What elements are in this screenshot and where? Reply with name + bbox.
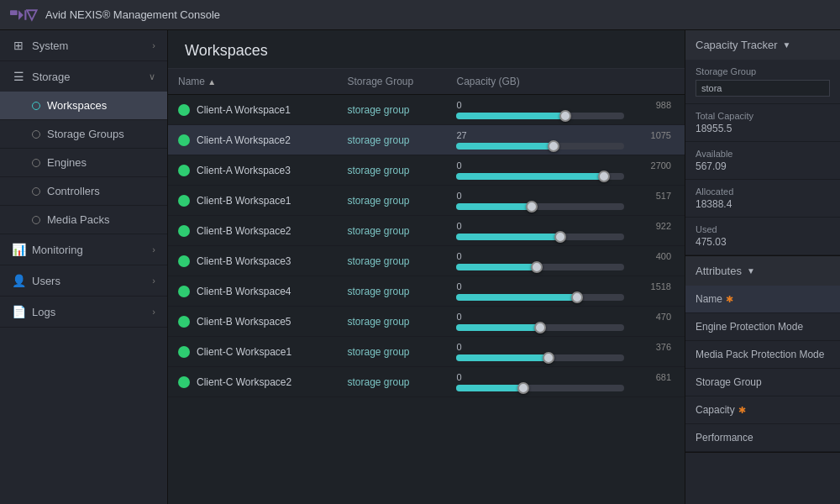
workspace-name-cell: Client-A Workspace1 — [168, 95, 337, 125]
table-row[interactable]: Client-B Workspace3 storage group 0 400 — [168, 246, 685, 276]
table-row[interactable]: Client-B Workspace1 storage group 0 517 — [168, 186, 685, 216]
workspace-name-cell: Client-B Workspace5 — [168, 307, 337, 337]
cap-bar-bg[interactable] — [456, 354, 624, 361]
cap-slider-thumb[interactable] — [598, 171, 610, 182]
cap-bar-bg[interactable] — [456, 113, 624, 119]
cap-numbers: 0 517 — [456, 191, 675, 201]
attribute-row[interactable]: Engine Protection Mode — [685, 313, 840, 341]
status-dot — [178, 346, 190, 358]
cap-bar-bg[interactable] — [456, 294, 624, 301]
cap-min: 0 — [456, 221, 461, 231]
capacity-cell: 0 376 — [446, 337, 685, 367]
sidebar-item-logs[interactable]: 📄 Logs › — [0, 297, 167, 328]
cap-min: 0 — [456, 160, 461, 171]
cap-bar-bg[interactable] — [456, 324, 624, 331]
storage-group-row: Storage Group — [685, 60, 840, 104]
capacity-cell: 0 400 — [446, 246, 685, 276]
sidebar-item-system[interactable]: ⊞ System › — [0, 30, 167, 61]
table-row[interactable]: Client-C Workspace2 storage group 0 681 — [168, 367, 685, 397]
sidebar-item-controllers[interactable]: Controllers — [0, 177, 167, 206]
cap-slider-thumb[interactable] — [526, 201, 538, 213]
sidebar-item-storage[interactable]: ☰ Storage ∨ — [0, 61, 167, 92]
storage-group-value: storage group — [347, 165, 409, 176]
cap-slider-thumb[interactable] — [548, 140, 559, 152]
workspace-name: Client-B Workspace2 — [197, 225, 291, 237]
capacity-cell: 0 988 — [446, 95, 685, 125]
monitoring-icon: 📊 — [12, 243, 25, 256]
name-sort-icon[interactable]: ▲ — [207, 77, 216, 87]
cap-row-value: 475.03 — [696, 236, 830, 248]
attributes-chevron: ▼ — [747, 266, 755, 276]
attribute-row[interactable]: Storage Group — [685, 369, 840, 396]
table-row[interactable]: Client-B Workspace4 storage group 0 1518 — [168, 276, 685, 307]
sidebar-item-monitoring[interactable]: 📊 Monitoring › — [0, 234, 167, 265]
workspace-name-cell: Client-A Workspace2 — [168, 125, 337, 155]
cap-min: 0 — [456, 100, 461, 110]
workspace-name-cell: Client-A Workspace3 — [168, 155, 337, 186]
sidebar: ⊞ System › ☰ Storage ∨ Workspaces Storag… — [0, 30, 168, 504]
logs-icon: 📄 — [12, 305, 25, 318]
cap-numbers: 0 2700 — [456, 160, 675, 171]
cap-bar-fill — [456, 324, 540, 331]
table-row[interactable]: Client-B Workspace2 storage group 0 922 — [168, 216, 685, 246]
workspace-table: Name ▲ Storage Group Capacity (GB) Clien… — [168, 69, 685, 397]
sidebar-item-engines[interactable]: Engines — [0, 149, 167, 177]
app-name-label: Avid NEXIS® Management Console — [45, 8, 220, 21]
attribute-row[interactable]: Media Pack Protection Mode — [685, 341, 840, 369]
media-packs-circle-icon — [32, 216, 40, 224]
attribute-row[interactable]: Capacity ✱ — [685, 396, 840, 424]
cap-slider-thumb[interactable] — [559, 110, 571, 122]
attribute-row[interactable]: Performance — [685, 424, 840, 452]
cap-slider-thumb[interactable] — [571, 291, 583, 303]
table-row[interactable]: Client-A Workspace1 storage group 0 988 — [168, 95, 685, 125]
col-storage-group-header: Storage Group — [337, 69, 446, 95]
cap-bar-bg[interactable] — [456, 385, 624, 391]
avid-logo-svg — [10, 8, 40, 23]
table-row[interactable]: Client-B Workspace5 storage group 0 470 — [168, 307, 685, 337]
cap-slider-thumb[interactable] — [531, 261, 543, 273]
sidebar-item-users[interactable]: 👤 Users › — [0, 265, 167, 297]
cap-bar-bg[interactable] — [456, 203, 624, 210]
cap-slider-thumb[interactable] — [517, 382, 529, 394]
status-dot — [178, 376, 190, 388]
users-icon: 👤 — [12, 274, 25, 287]
cap-bar-fill — [456, 354, 549, 361]
required-star: ✱ — [738, 405, 746, 416]
cap-bar-bg[interactable] — [456, 143, 624, 150]
topbar: Avid NEXIS® Management Console — [0, 0, 840, 30]
cap-tracker-row: Available 567.09 — [685, 142, 840, 180]
cap-bar-bg[interactable] — [456, 173, 624, 180]
table-row[interactable]: Client-A Workspace3 storage group 0 2700 — [168, 155, 685, 186]
cap-slider-thumb[interactable] — [534, 322, 546, 333]
storage-group-input[interactable] — [696, 80, 830, 97]
storage-group-value: storage group — [347, 316, 409, 328]
attribute-row[interactable]: Name ✱ — [685, 286, 840, 313]
users-chevron: › — [152, 276, 155, 286]
cap-bar-bg[interactable] — [456, 264, 624, 270]
workspace-name: Client-A Workspace1 — [197, 104, 291, 116]
cap-slider-thumb[interactable] — [543, 352, 554, 364]
cap-tracker-row: Total Capacity 18955.5 — [685, 104, 840, 142]
sidebar-item-storage-groups[interactable]: Storage Groups — [0, 120, 167, 149]
col-capacity-header: Capacity (GB) — [446, 69, 685, 95]
cap-bar-bg[interactable] — [456, 234, 624, 240]
sidebar-item-workspaces[interactable]: Workspaces — [0, 92, 167, 120]
storage-icon: ☰ — [12, 70, 25, 83]
sidebar-item-system-label: System — [32, 39, 145, 52]
sidebar-item-workspaces-label: Workspaces — [47, 99, 107, 112]
table-row[interactable]: Client-A Workspace2 storage group 27 107… — [168, 125, 685, 155]
cap-min: 0 — [456, 281, 461, 291]
system-chevron: › — [152, 40, 155, 50]
sidebar-item-media-packs[interactable]: Media Packs — [0, 206, 167, 234]
attributes-header[interactable]: Attributes ▼ — [685, 256, 840, 286]
cap-bar-fill — [456, 234, 560, 240]
attr-label: Storage Group — [696, 376, 762, 388]
table-row[interactable]: Client-C Workspace1 storage group 0 376 — [168, 337, 685, 367]
workspace-name: Client-A Workspace2 — [197, 134, 291, 146]
svg-marker-3 — [27, 10, 37, 20]
cap-bar-fill — [456, 113, 565, 119]
cap-row-value: 18955.5 — [696, 123, 830, 134]
svg-marker-1 — [18, 10, 24, 20]
cap-slider-thumb[interactable] — [554, 231, 566, 243]
capacity-tracker-header[interactable]: Capacity Tracker ▼ — [685, 30, 840, 60]
